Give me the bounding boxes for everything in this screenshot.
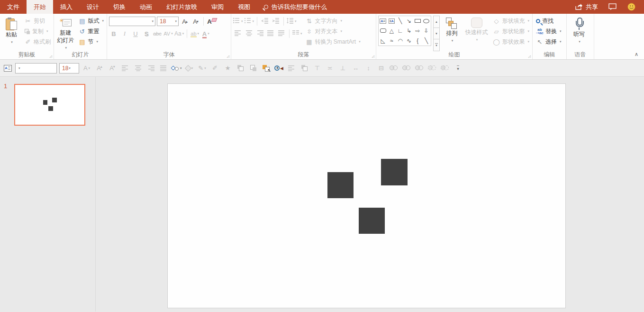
- copy-button[interactable]: 复制 ▾: [23, 26, 52, 37]
- font-color[interactable]: A▾: [82, 63, 92, 74]
- shape-outline[interactable]: ✎▾: [197, 63, 208, 74]
- slide-shape-1[interactable]: [327, 172, 354, 198]
- shape-outline-button[interactable]: ▱ 形状轮廓 ▾: [491, 26, 531, 37]
- insert-textbox[interactable]: A: [2, 63, 13, 74]
- align-objects-left[interactable]: [287, 63, 297, 74]
- align-middle[interactable]: ≍: [325, 63, 336, 74]
- arrange-button[interactable]: 排列 ▾: [442, 16, 462, 51]
- text-direction-button[interactable]: ⇅ 文字方向 ▾: [304, 16, 362, 26]
- drawing-dialog-launcher[interactable]: ◿: [528, 55, 531, 58]
- shape-rectangle[interactable]: [413, 16, 422, 26]
- comments-icon[interactable]: [608, 3, 617, 10]
- section-button[interactable]: ▤ 节 ▾: [77, 37, 105, 47]
- shape-down-arrow[interactable]: ⇩: [422, 26, 430, 36]
- quick-styles[interactable]: ★: [223, 63, 233, 74]
- shape-left-brace[interactable]: {: [413, 36, 422, 46]
- highlight-color-button[interactable]: ab ▾: [190, 29, 200, 38]
- bring-forward[interactable]: [236, 63, 246, 74]
- shape-arrow[interactable]: ↘: [405, 16, 413, 26]
- paragraph-distribute-button[interactable]: [277, 29, 286, 38]
- find-button[interactable]: 查找: [535, 16, 563, 26]
- shape-triangle[interactable]: △: [387, 26, 396, 36]
- gallery-scroll-down-button[interactable]: ▼: [433, 28, 440, 40]
- paragraph-justify-button[interactable]: [266, 29, 275, 38]
- select-button[interactable]: ↖ 选择 ▾: [535, 37, 563, 47]
- character-spacing-button[interactable]: AV▾: [163, 29, 173, 38]
- slide-thumbnail[interactable]: [14, 84, 85, 126]
- decrease-font-size-button[interactable]: A▾: [191, 17, 200, 26]
- tell-me-search[interactable]: 告诉我你想要做什么: [264, 0, 327, 14]
- increase-indent-button[interactable]: [271, 17, 281, 26]
- shape-freeform[interactable]: ◺: [379, 36, 387, 46]
- distribute-vertical[interactable]: ↕: [363, 63, 374, 74]
- italic-button[interactable]: I: [120, 29, 129, 38]
- merge-intersect[interactable]: [427, 63, 438, 74]
- shape-vertical-text-box[interactable]: ‖A: [387, 16, 396, 26]
- text-shadow-button[interactable]: S: [142, 29, 151, 38]
- slide-shape-3[interactable]: [359, 208, 385, 234]
- paste-button[interactable]: 粘贴 ▾: [2, 16, 21, 51]
- grow-font[interactable]: A▴: [94, 63, 105, 74]
- format-painter[interactable]: ✐: [210, 63, 220, 74]
- center-on-slide[interactable]: ⊟: [376, 63, 387, 74]
- distribute-horizontal[interactable]: ↔: [351, 63, 361, 74]
- line-spacing-button[interactable]: ▾: [287, 17, 297, 26]
- shape-fill-button[interactable]: ◇ 形状填充 ▾: [491, 16, 531, 26]
- dictate-button[interactable]: 听写 ▾: [569, 16, 590, 51]
- format-painter-button[interactable]: ✐ 格式刷: [23, 37, 52, 47]
- align-bottom[interactable]: ⊥: [338, 63, 348, 74]
- shape-oval[interactable]: [422, 16, 430, 26]
- numbering-button[interactable]: ▾: [245, 17, 254, 26]
- shape-rounded-rectangle[interactable]: [379, 26, 387, 36]
- shape-arc[interactable]: ◠: [396, 36, 405, 46]
- cut-button[interactable]: ✂ 剪切: [23, 16, 52, 26]
- align-center[interactable]: [133, 63, 143, 74]
- new-slide-button[interactable]: ✳ 新建 幻灯片▾: [56, 16, 75, 51]
- menu-tab-1[interactable]: 文件: [0, 0, 27, 14]
- merge-fragment[interactable]: [415, 63, 425, 74]
- paragraph-align-right-button[interactable]: [255, 29, 264, 38]
- menu-tab-8[interactable]: 审阅: [204, 0, 231, 14]
- font-size-combo[interactable]: 18 ▾: [157, 17, 179, 26]
- slide-shape-2[interactable]: [381, 159, 408, 185]
- menu-tab-9[interactable]: 视图: [231, 0, 257, 14]
- align-top[interactable]: ⊤: [312, 63, 323, 74]
- align-left[interactable]: [120, 63, 130, 74]
- font-color-button[interactable]: A ▾: [201, 29, 210, 38]
- font-name-combo[interactable]: ▾: [109, 17, 155, 26]
- shape-diagonal-line[interactable]: ╲: [422, 36, 430, 46]
- underline-button[interactable]: U: [131, 29, 140, 38]
- replace-button[interactable]: ab⇢ac 替换 ▾: [535, 26, 563, 37]
- quick-styles-button[interactable]: 快速样式 ▾: [464, 16, 490, 51]
- align-text-button[interactable]: ⇳ 对齐文本 ▾: [304, 26, 362, 37]
- justify[interactable]: [158, 63, 169, 74]
- shape-curve[interactable]: ∿: [405, 36, 413, 46]
- menu-tab-2[interactable]: 开始: [27, 0, 53, 14]
- bullets-button[interactable]: ▾: [233, 17, 243, 26]
- increase-font-size-button[interactable]: A▴: [180, 17, 190, 26]
- toolbar-overflow[interactable]: ▾: [453, 63, 463, 74]
- send-backward[interactable]: [248, 63, 259, 74]
- collapse-ribbon-button[interactable]: ∧: [635, 51, 638, 57]
- animation-timing[interactable]: ◀: [274, 63, 284, 74]
- reset-button[interactable]: ↺ 重置: [77, 26, 105, 37]
- merge-combine[interactable]: [402, 63, 412, 74]
- shape-right-arrow[interactable]: ⇨: [413, 26, 422, 36]
- shape-line[interactable]: ╲: [396, 16, 405, 26]
- feedback-smiley-icon[interactable]: [627, 3, 635, 11]
- paragraph-align-left-button[interactable]: [233, 29, 243, 38]
- share-button[interactable]: 共享: [575, 3, 598, 11]
- menu-tab-7[interactable]: 幻灯片放映: [159, 0, 204, 14]
- shape-elbow-arrow-connector[interactable]: ↳: [405, 26, 413, 36]
- layout-button[interactable]: ▤ 版式 ▾: [77, 16, 105, 26]
- font-name-combo[interactable]: ▾: [15, 63, 57, 74]
- clear-formatting-button[interactable]: A: [207, 17, 216, 26]
- selection-pane[interactable]: ↖: [261, 63, 272, 74]
- shape-scribble[interactable]: ≈: [387, 36, 396, 46]
- bold-button[interactable]: B: [109, 29, 118, 38]
- font-size-combo[interactable]: 18▾: [59, 63, 79, 74]
- menu-tab-6[interactable]: 动画: [133, 0, 159, 14]
- font-dialog-launcher[interactable]: ◿: [227, 55, 229, 58]
- insert-shape[interactable]: ▾: [171, 63, 182, 74]
- reorder-objects[interactable]: [299, 63, 310, 74]
